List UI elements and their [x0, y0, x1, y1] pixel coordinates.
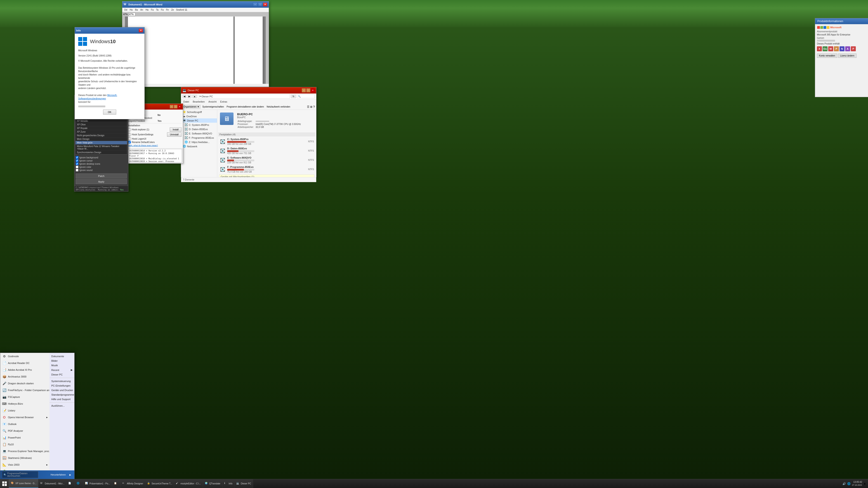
explorer-close-button[interactable]: ✕ — [311, 88, 315, 92]
theme-item-xp-olive[interactable]: XP Olive — [75, 123, 127, 127]
explorer-menu-bar: Datei Bearbeiten Ansicht Extras — [181, 99, 316, 104]
ignore-color-checkbox[interactable] — [76, 166, 79, 168]
sidebar-item-d-drive[interactable]: 💽 D: Daten-850Evo — [181, 127, 217, 131]
explorer-menu-ansicht[interactable]: Ansicht — [208, 100, 217, 103]
explorer-help-icon[interactable]: ? — [313, 105, 315, 109]
toolbar-btn-an[interactable]: An — [139, 8, 144, 11]
font-name: Seaford — [176, 8, 184, 11]
explorer-sys-properties-button[interactable]: Systemeigenschaften — [202, 105, 225, 108]
pc-arbeitsgruppe-label: Arbeitsgruppe: — [238, 120, 255, 123]
explorer-details-view-icon[interactable]: ⊞ — [310, 105, 312, 108]
sidebar-item-z-drive[interactable]: 🌐 Z: https://webdav... — [181, 140, 217, 144]
word-titlebar: W Dokument1 - Microsoft Word ─ □ ✕ — [122, 1, 269, 8]
about-ok-button[interactable]: OK — [103, 109, 116, 115]
toolbar-btn-ha2[interactable]: Ha — [145, 8, 150, 11]
explorer-uninstall-button[interactable]: Programm deinstallieren oder ändern — [226, 105, 265, 108]
sidebar-item-e-drive[interactable]: 💽 E: Software-860QVO — [181, 131, 217, 135]
pc-details: BUERO-PC BüroPC Arbeitsgruppe: Prozessor… — [235, 111, 303, 131]
explorer-list-view-icon[interactable]: ☰ — [307, 105, 309, 108]
drive-f-info: F: Programme-850Evo 75,4 GB frei von 200… — [227, 166, 307, 173]
ignore-background-checkbox[interactable] — [76, 156, 79, 159]
ignore-desktop-icons-checkbox[interactable] — [76, 162, 79, 165]
explorer-organize-button[interactable]: Organisieren ▼ — [182, 105, 200, 109]
explorer-forward-button[interactable]: ▶ — [187, 94, 191, 98]
apply-button[interactable]: Apply — [76, 179, 127, 184]
hook-system-settings-install-row: Hook SystemSettings Uninstall — [128, 132, 182, 137]
toolbar-btn-fa[interactable]: Fa — [150, 8, 155, 11]
explorer-menu-extras[interactable]: Extras — [219, 100, 228, 103]
hook-minimize-button[interactable]: ─ — [170, 105, 174, 108]
toolbar-btn-dd[interactable]: Dd — [123, 8, 128, 11]
theme-item-nicht-gespeichert[interactable]: Nicht gespeichertes Design — [75, 134, 127, 137]
zoom-input[interactable] — [129, 13, 135, 16]
drive-e-item[interactable]: 💽 E: Software-860QVO 228 GB frei von 911… — [218, 156, 315, 165]
about-spacer2 — [78, 92, 141, 94]
devices-section: Geräte mit Wechselmedien (1) — [219, 174, 314, 177]
sidebar-item-schnellzugriff[interactable]: ⭐ Schnellzugriff — [181, 110, 217, 114]
hook-logon-ui-checkbox[interactable] — [128, 137, 131, 140]
word-maximize-button[interactable]: □ — [258, 2, 262, 6]
theme-item-xp-metallic[interactable]: XP Metallic — [75, 119, 127, 123]
word-canvas-area[interactable] — [125, 17, 266, 84]
about-close-button[interactable]: ✕ — [138, 29, 143, 33]
explorer-back-button[interactable]: ◀ — [182, 94, 186, 98]
word-page-2[interactable] — [235, 17, 263, 84]
sidebar-item-onedrive[interactable]: ☁ OneDrive — [181, 114, 217, 119]
sidebar-item-netzwerk[interactable]: 🌐 Netzwerk — [181, 144, 217, 149]
word-minimize-button[interactable]: ─ — [253, 2, 257, 6]
explorer-refresh-button[interactable]: ↻ — [291, 94, 296, 98]
theme-item-xp-royale[interactable]: XP Royale — [75, 127, 127, 130]
pc-ram-value: 32,0 GB — [256, 126, 301, 128]
patch-button[interactable]: Patch — [76, 173, 127, 178]
hook-explorer-checkbox[interactable] — [128, 128, 131, 131]
toolbar-btn-fa2[interactable]: Fa — [160, 8, 165, 11]
theme-item-xp-zune[interactable]: XP Zune — [75, 130, 127, 134]
sidebar-item-f-drive[interactable]: 💽 F: Programme-850Evo — [181, 135, 217, 140]
ignore-sound-label: Ignore sound — [79, 169, 92, 171]
hook-maximize-button[interactable]: □ — [174, 105, 178, 108]
rename-default-colors-checkbox[interactable] — [128, 141, 131, 143]
sidebar-item-dieser-pc[interactable]: 💻 Dieser PC — [181, 119, 217, 123]
sidebar-item-c-drive[interactable]: 💽 C: System-850Pro — [181, 123, 217, 127]
hook-close-button[interactable]: ✕ — [178, 105, 182, 108]
explorer-network-drive-button[interactable]: Netzlaufwerk verbinden — [266, 105, 291, 108]
drive-d-item[interactable]: 💽 D: Daten-850Evo 426 GB frei von 731 GB… — [218, 146, 315, 156]
explorer-toolbar: Organisieren ▼ Systemeigenschaften Progr… — [181, 104, 316, 110]
word-close-button[interactable]: ✕ — [263, 2, 268, 6]
ignore-cursor-checkbox[interactable] — [76, 159, 79, 162]
toolbar-btn-ba[interactable]: Ba — [134, 8, 139, 11]
uninstall-button[interactable]: Uninstall — [167, 132, 182, 137]
toolbar-btn-fe[interactable]: Fe — [165, 8, 170, 11]
explorer-menu-datei[interactable]: Datei — [182, 100, 190, 103]
drive-d-icon: 💽 — [219, 148, 226, 154]
explorer-item-count: 7 Elemente — [183, 178, 194, 181]
toolbar-btn-ta[interactable]: Ta — [155, 8, 160, 11]
explorer-minimize-button[interactable]: ─ — [302, 88, 306, 92]
windows-logo-icon — [78, 37, 87, 46]
hook-logon-ui-label: LogonUI hooked: — [128, 120, 158, 122]
hook-help-link[interactable]: Help, what do these even mean? — [128, 144, 158, 147]
install-button[interactable]: Install — [170, 127, 182, 132]
drive-f-fs: NTFS — [308, 168, 314, 170]
explorer-up-button[interactable]: ▲ — [192, 94, 197, 98]
toolbar-btn-ha[interactable]: Ha — [129, 8, 134, 11]
theme-item-meins-menufont[interactable]: Meins Menufont Pala 12 Winaero Tweaker +… — [75, 144, 127, 151]
theme-item-mein-vista-gruen[interactable]: Mein Vista grün — [75, 141, 127, 144]
drive-c-item[interactable]: 💽 C: System-850Pro 166 GB frei von 238 G… — [218, 137, 315, 146]
drive-d-info: D: Daten-850Evo 426 GB frei von 731 GB — [227, 147, 307, 155]
drive-f-item[interactable]: 💽 F: Programme-850Evo 75,4 GB frei von 2… — [218, 165, 315, 174]
ignore-sound-checkbox[interactable] — [76, 169, 79, 171]
hook-system-settings-checkbox[interactable] — [128, 133, 131, 136]
theme-item-mein-design[interactable]: Mein Design — [75, 137, 127, 141]
explorer-status-bar: 7 Elemente — [181, 177, 316, 182]
toolbar-btn-ze[interactable]: Ze — [170, 8, 175, 11]
onedrive-label: OneDrive — [186, 115, 197, 118]
word-scrollbar[interactable] — [266, 17, 269, 84]
explorer-address-bar[interactable]: ≫ Dieser PC — [198, 94, 290, 98]
drive-e-info: E: Software-860QVO 228 GB frei von 911 G… — [227, 156, 307, 164]
ms-license-link[interactable]: Microsoft-Softwarelizenzbedingungen — [78, 94, 117, 100]
explorer-menu-bearbeiten[interactable]: Bearbeiten — [192, 100, 206, 103]
explorer-maximize-button[interactable]: □ — [306, 88, 310, 92]
explorer-search-input[interactable] — [297, 94, 315, 98]
theme-item-sync-design[interactable]: Synchronisiertes Design — [75, 151, 127, 154]
